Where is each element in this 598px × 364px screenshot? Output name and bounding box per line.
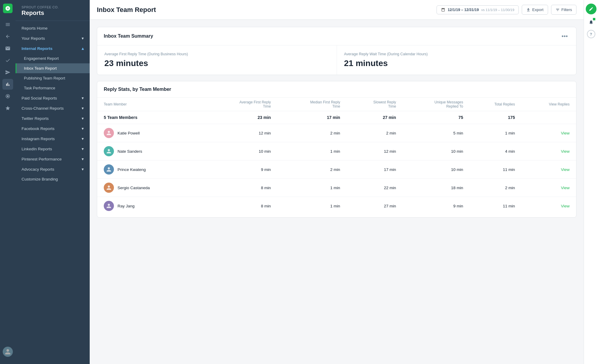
member-cell: Katie Powell bbox=[97, 124, 202, 142]
export-icon bbox=[526, 8, 530, 12]
summary-median-first: 17 min bbox=[274, 111, 344, 124]
export-button[interactable]: Export bbox=[522, 5, 548, 15]
table-card-header: Reply Stats, by Team Member bbox=[97, 81, 576, 98]
stat-cell: 1 min bbox=[274, 142, 344, 160]
sidebar-item-pinterest[interactable]: Pinterest Performance ▾ bbox=[16, 154, 90, 164]
bell-icon bbox=[589, 20, 594, 25]
view-replies-link[interactable]: View bbox=[561, 131, 570, 135]
view-replies-cell: View bbox=[518, 142, 576, 160]
sidebar-header: Sprout Coffee Co. Reports bbox=[16, 0, 90, 21]
summary-unique: 75 bbox=[400, 111, 467, 124]
sidebar-item-task-performance[interactable]: Task Performance bbox=[16, 83, 90, 93]
avatar bbox=[104, 128, 114, 138]
stat-cell: 12 min bbox=[344, 142, 400, 160]
topbar-actions: 12/1/19 – 12/31/19 vs 11/1/19 – 11/30/19… bbox=[437, 5, 576, 15]
stat-cell: 2 min bbox=[344, 124, 400, 142]
sidebar-item-linkedin[interactable]: LinkedIn Reports ▾ bbox=[16, 144, 90, 154]
avatar bbox=[104, 183, 114, 193]
nav-icon-publish[interactable] bbox=[2, 67, 13, 78]
col-total: Total Replies bbox=[467, 98, 518, 111]
edit-icon bbox=[589, 7, 594, 11]
metric-avg-first-reply: Average First Reply Time (During Busines… bbox=[97, 45, 337, 75]
stat-cell: 11 min bbox=[467, 160, 518, 179]
nav-icon-listening[interactable] bbox=[2, 91, 13, 102]
stat-cell: 2 min bbox=[467, 179, 518, 197]
sidebar-item-paid-social[interactable]: Paid Social Reports ▾ bbox=[16, 93, 90, 103]
stat-cell: 8 min bbox=[202, 197, 274, 215]
edit-button[interactable] bbox=[586, 4, 597, 14]
filters-button[interactable]: Filters bbox=[551, 5, 576, 15]
sidebar-item-twitter[interactable]: Twitter Reports ▾ bbox=[16, 113, 90, 123]
metric-avg-wait-time: Average Reply Wait Time (During Calendar… bbox=[337, 45, 576, 75]
stat-cell: 27 min bbox=[344, 197, 400, 215]
chevron-down-icon: ▾ bbox=[82, 106, 84, 111]
view-replies-link[interactable]: View bbox=[561, 149, 570, 154]
stat-cell: 9 min bbox=[202, 160, 274, 179]
stat-cell: 1 min bbox=[274, 179, 344, 197]
chevron-down-icon: ▾ bbox=[82, 36, 84, 41]
metric-avg-first-reply-label: Average First Reply Time (During Busines… bbox=[104, 52, 329, 56]
user-avatar-rail[interactable] bbox=[3, 347, 13, 357]
calendar-icon bbox=[441, 8, 445, 12]
member-cell: Sergio Castaneda bbox=[97, 179, 202, 197]
col-slowest: Slowest ReplyTime bbox=[344, 98, 400, 111]
right-rail: ? bbox=[584, 0, 598, 364]
view-replies-link[interactable]: View bbox=[561, 186, 570, 190]
stat-cell: 11 min bbox=[467, 197, 518, 215]
summary-total: 175 bbox=[467, 111, 518, 124]
sidebar-item-advocacy[interactable]: Advocacy Reports ▾ bbox=[16, 164, 90, 174]
view-replies-cell: View bbox=[518, 179, 576, 197]
sidebar-item-your-reports[interactable]: Your Reports ▾ bbox=[16, 33, 90, 43]
sidebar-item-cross-channel[interactable]: Cross-Channel Reports ▾ bbox=[16, 103, 90, 113]
stat-cell: 10 min bbox=[400, 160, 467, 179]
stat-cell: 18 min bbox=[400, 179, 467, 197]
stat-cell: 9 min bbox=[400, 197, 467, 215]
sidebar-item-publishing-team[interactable]: Publishing Team Report bbox=[16, 73, 90, 83]
chevron-down-icon: ▾ bbox=[82, 157, 84, 161]
nav-icon-tasks[interactable] bbox=[2, 55, 13, 66]
summary-card-menu[interactable]: ••• bbox=[560, 33, 570, 40]
chevron-down-icon: ▾ bbox=[82, 96, 84, 100]
member-cell: Ray Jang bbox=[97, 197, 202, 215]
notifications-button[interactable] bbox=[586, 17, 597, 27]
table-row: Ray Jang 8 min1 min27 min9 min11 minView bbox=[97, 197, 576, 215]
view-replies-link[interactable]: View bbox=[561, 167, 570, 172]
sidebar-item-customize-branding[interactable]: Customize Branding bbox=[16, 174, 90, 184]
sidebar-item-facebook[interactable]: Facebook Reports ▾ bbox=[16, 123, 90, 134]
sidebar-item-engagement[interactable]: Engagement Report bbox=[16, 53, 90, 63]
nav-icon-notifications[interactable] bbox=[2, 31, 13, 42]
member-cell: Nate Sanders bbox=[97, 142, 202, 160]
stat-cell: 2 min bbox=[274, 160, 344, 179]
stat-cell: 1 min bbox=[274, 197, 344, 215]
table-row: Prince Kwateng 9 min2 min17 min10 min11 … bbox=[97, 160, 576, 179]
metric-avg-wait-time-value: 21 minutes bbox=[344, 59, 569, 68]
sidebar-item-reports-home[interactable]: Reports Home bbox=[16, 23, 90, 33]
date-range-picker[interactable]: 12/1/19 – 12/31/19 vs 11/1/19 – 11/30/19 bbox=[437, 5, 519, 14]
stat-cell: 5 min bbox=[400, 124, 467, 142]
nav-icon-reviews[interactable] bbox=[2, 103, 13, 114]
metric-avg-first-reply-value: 23 minutes bbox=[104, 59, 329, 68]
help-button[interactable]: ? bbox=[587, 30, 595, 38]
col-median-first: Median First ReplyTime bbox=[274, 98, 344, 111]
reply-stats-table: Team Member Average First ReplyTime Medi… bbox=[97, 98, 576, 215]
filters-icon bbox=[556, 8, 560, 12]
nav-icon-compose[interactable] bbox=[2, 19, 13, 30]
stat-cell: 12 min bbox=[202, 124, 274, 142]
sidebar-item-instagram[interactable]: Instagram Reports ▾ bbox=[16, 134, 90, 144]
main-content: Inbox Team Report 12/1/19 – 12/31/19 vs … bbox=[90, 0, 584, 364]
page-title: Inbox Team Report bbox=[97, 6, 156, 14]
nav-icon-inbox[interactable] bbox=[2, 43, 13, 54]
sidebar-item-internal-reports[interactable]: Internal Reports ▴ bbox=[16, 43, 90, 53]
view-replies-cell: View bbox=[518, 197, 576, 215]
stat-cell: 8 min bbox=[202, 179, 274, 197]
company-name: Sprout Coffee Co. bbox=[22, 5, 84, 9]
table-wrap: Team Member Average First ReplyTime Medi… bbox=[97, 98, 576, 217]
view-replies-link[interactable]: View bbox=[561, 204, 570, 208]
metric-avg-wait-time-label: Average Reply Wait Time (During Calendar… bbox=[344, 52, 569, 56]
stat-cell: 10 min bbox=[400, 142, 467, 160]
avatar bbox=[104, 164, 114, 175]
nav-icon-analytics[interactable] bbox=[2, 79, 13, 90]
app-title: Reports bbox=[22, 10, 84, 16]
sidebar-item-inbox-team[interactable]: Inbox Team Report bbox=[16, 63, 90, 73]
col-team-member: Team Member bbox=[97, 98, 202, 111]
